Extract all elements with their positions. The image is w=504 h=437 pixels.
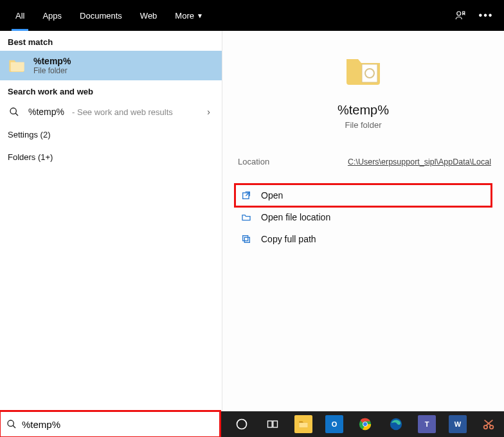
svg-point-8	[8, 420, 14, 426]
taskbar-apps: O T W	[226, 411, 504, 437]
svg-rect-6	[244, 237, 249, 242]
preview-actions: Open Open file location Copy full path	[235, 184, 491, 250]
location-row: Location C:\Users\erpsupport_sipl\AppDat…	[235, 153, 491, 184]
open-icon	[240, 190, 252, 201]
folder-icon	[343, 50, 384, 91]
snip-icon[interactable]	[473, 411, 504, 437]
svg-point-0	[457, 12, 461, 15]
web-search-result[interactable]: %temp% - See work and web results ›	[0, 100, 222, 123]
search-web-header: Search work and web	[0, 80, 222, 100]
feedback-icon[interactable]	[454, 9, 467, 22]
tab-more[interactable]: More▼	[166, 0, 212, 31]
chevron-right-icon: ›	[207, 107, 214, 117]
web-search-hint: - See work and web results	[72, 107, 173, 117]
results-list: Best match %temp% File folder Search wor…	[0, 31, 222, 411]
web-search-query: %temp%	[28, 107, 64, 117]
file-explorer-icon[interactable]	[288, 411, 319, 437]
action-copy-path[interactable]: Copy full path	[235, 228, 491, 250]
more-options-icon[interactable]: •••	[480, 9, 492, 22]
search-icon	[8, 107, 21, 117]
action-open-location-label: Open file location	[261, 212, 330, 222]
svg-line-9	[13, 425, 15, 428]
outlook-icon[interactable]: O	[319, 411, 350, 437]
word-icon[interactable]: W	[442, 411, 473, 437]
search-input[interactable]	[22, 419, 213, 430]
action-copy-path-label: Copy full path	[261, 234, 316, 244]
svg-rect-3	[362, 64, 377, 82]
taskbar-search[interactable]	[0, 411, 220, 437]
search-results-panel: Best match %temp% File folder Search wor…	[0, 31, 504, 411]
svg-point-10	[237, 420, 247, 429]
svg-rect-7	[243, 236, 248, 241]
tab-apps[interactable]: Apps	[33, 0, 71, 31]
folders-group[interactable]: Folders (1+)	[0, 146, 222, 168]
tab-web[interactable]: Web	[131, 0, 166, 31]
best-match-title: %temp%	[33, 56, 71, 66]
svg-point-1	[10, 108, 16, 114]
preview-subtitle: File folder	[345, 120, 381, 130]
search-icon	[6, 419, 17, 429]
best-match-header: Best match	[0, 31, 222, 51]
svg-point-15	[363, 422, 367, 426]
settings-group[interactable]: Settings (2)	[0, 123, 222, 146]
svg-rect-11	[268, 421, 273, 427]
task-view-icon[interactable]	[257, 411, 288, 437]
svg-line-2	[15, 113, 18, 116]
tab-documents[interactable]: Documents	[71, 0, 131, 31]
search-filter-bar: All Apps Documents Web More▼ •••	[0, 0, 504, 31]
copy-icon	[240, 233, 252, 245]
action-open[interactable]: Open	[235, 184, 491, 206]
teams-icon[interactable]: T	[411, 411, 442, 437]
action-open-label: Open	[261, 190, 283, 201]
edge-icon[interactable]	[381, 411, 411, 437]
cortana-icon[interactable]	[226, 411, 257, 437]
folder-icon	[8, 57, 26, 75]
folder-open-icon	[240, 211, 252, 223]
location-label: Location	[238, 157, 269, 166]
svg-rect-12	[273, 421, 278, 427]
filter-tabs: All Apps Documents Web More▼	[6, 0, 212, 31]
best-match-result[interactable]: %temp% File folder	[0, 51, 222, 80]
taskbar: O T W	[0, 411, 504, 437]
chrome-icon[interactable]	[350, 411, 381, 437]
preview-title: %temp%	[338, 103, 389, 118]
chevron-down-icon: ▼	[197, 12, 203, 19]
tab-all[interactable]: All	[6, 0, 33, 31]
location-path[interactable]: C:\Users\erpsupport_sipl\AppData\Local	[348, 157, 491, 166]
preview-pane: %temp% File folder Location C:\Users\erp…	[222, 31, 504, 411]
action-open-location[interactable]: Open file location	[235, 206, 491, 228]
best-match-subtitle: File folder	[33, 66, 71, 75]
